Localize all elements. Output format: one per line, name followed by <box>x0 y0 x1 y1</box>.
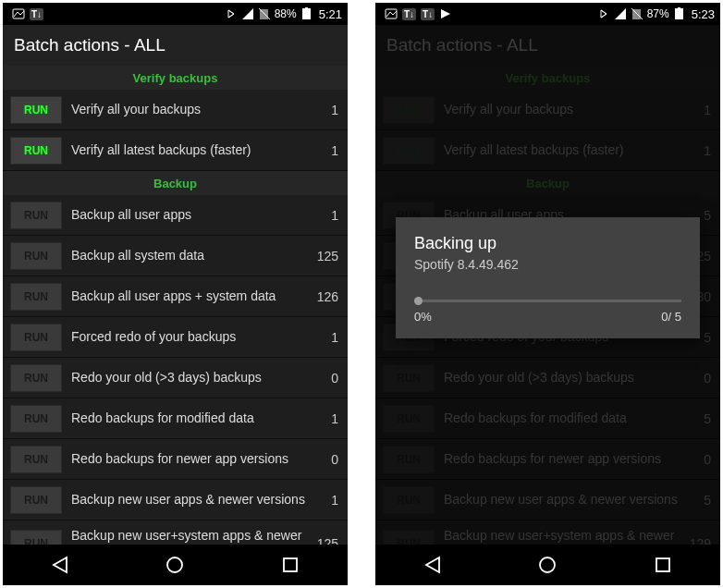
svg-rect-5 <box>305 7 308 8</box>
progress-count: 0/ 5 <box>661 310 681 324</box>
progress-dialog: Backing up Spotify 8.4.49.462 0% 0/ 5 <box>396 217 700 338</box>
run-button[interactable]: RUN <box>10 242 62 270</box>
svg-marker-16 <box>426 557 439 572</box>
svg-rect-4 <box>302 8 311 19</box>
phone-right: T↓ T↓ 87% 5:23 Batch actions - ALL Verif… <box>375 3 720 585</box>
back-button[interactable] <box>50 555 70 575</box>
row-count: 125 <box>312 249 338 263</box>
image-icon <box>385 7 398 20</box>
row-count: 1 <box>325 330 338 345</box>
dialog-title: Backing up <box>414 234 681 253</box>
run-button[interactable]: RUN <box>10 202 62 229</box>
svg-rect-18 <box>656 558 669 571</box>
row-count: 1 <box>325 143 338 158</box>
home-button[interactable] <box>165 555 185 575</box>
row-label: Verify all latest backups (faster) <box>71 142 325 158</box>
progress-percent: 0% <box>414 310 432 324</box>
recents-button[interactable] <box>653 555 673 575</box>
no-sim-icon <box>631 7 643 20</box>
run-button[interactable]: RUN <box>10 96 62 124</box>
battery-text: 88% <box>275 7 297 20</box>
row-label: Backup all system data <box>71 248 312 263</box>
run-button[interactable]: RUN <box>10 405 62 433</box>
battery-text: 87% <box>647 7 669 20</box>
svg-rect-15 <box>678 7 680 8</box>
nav-bar <box>375 545 720 585</box>
progress-bar <box>414 300 681 302</box>
svg-marker-1 <box>242 8 253 19</box>
row-count: 1 <box>325 411 338 426</box>
run-button[interactable]: RUN <box>10 283 62 311</box>
dialog-subtitle: Spotify 8.4.49.462 <box>414 257 681 272</box>
row-count: 125 <box>312 536 338 545</box>
tb-icon-2: T↓ <box>421 8 435 20</box>
status-bar: T↓ 88% 5:21 <box>3 3 348 25</box>
row-count: 126 <box>312 289 338 304</box>
svg-point-17 <box>540 557 555 572</box>
list-item[interactable]: RUNForced redo of your backups1 <box>3 317 348 358</box>
row-count: 0 <box>325 371 338 386</box>
svg-point-7 <box>167 557 182 572</box>
battery-icon <box>673 7 686 20</box>
run-button[interactable]: RUN <box>10 446 62 473</box>
section-header: Verify backups <box>3 66 348 90</box>
row-label: Backup new user apps & newer versions <box>71 492 325 508</box>
no-sim-icon <box>258 7 271 20</box>
row-label: Redo your old (>3 days) backups <box>71 370 325 386</box>
run-button[interactable]: RUN <box>10 486 62 514</box>
svg-rect-9 <box>386 9 397 18</box>
list-item[interactable]: RUNRedo backups for modified data1 <box>3 398 348 439</box>
row-label: Backup new user+system apps & newer vers… <box>71 528 312 545</box>
svg-marker-10 <box>441 9 450 18</box>
status-bar: T↓ T↓ 87% 5:23 <box>375 3 720 25</box>
row-label: Backup all user apps <box>71 207 325 223</box>
list-item[interactable]: RUNBackup new user+system apps & newer v… <box>3 521 348 545</box>
svg-rect-0 <box>13 9 24 18</box>
row-count: 0 <box>325 452 338 467</box>
bluetooth-icon <box>597 7 610 20</box>
phone-left: T↓ 88% 5:21 Batch actions - ALL Verify b… <box>3 3 348 585</box>
signal-icon <box>614 7 627 20</box>
list-content[interactable]: Verify backupsRUNVerify all your backups… <box>3 66 348 545</box>
list-item[interactable]: RUNBackup new user apps & newer versions… <box>3 480 348 521</box>
row-label: Redo backups for modified data <box>71 410 325 426</box>
row-count: 1 <box>325 493 338 508</box>
back-button[interactable] <box>423 555 443 575</box>
run-button[interactable]: RUN <box>10 530 62 545</box>
list-item[interactable]: RUNRedo backups for newer app versions0 <box>3 439 348 480</box>
row-label: Forced redo of your backups <box>71 329 325 345</box>
signal-icon <box>241 7 254 20</box>
image-icon <box>12 7 25 20</box>
list-item[interactable]: RUNBackup all user apps1 <box>3 195 348 236</box>
battery-icon <box>300 7 313 20</box>
list-item[interactable]: RUNVerify all your backups1 <box>3 90 348 130</box>
clock: 5:23 <box>690 7 715 21</box>
home-button[interactable] <box>537 555 558 575</box>
play-icon <box>439 7 452 20</box>
tb-icon: T↓ <box>402 8 416 20</box>
list-item[interactable]: RUNVerify all latest backups (faster)1 <box>3 130 348 171</box>
row-label: Redo backups for newer app versions <box>71 451 325 467</box>
list-item[interactable]: RUNRedo your old (>3 days) backups0 <box>3 358 348 398</box>
section-header: Backup <box>3 171 348 195</box>
row-label: Backup all user apps + system data <box>71 288 312 304</box>
svg-marker-6 <box>54 557 67 572</box>
tb-icon: T↓ <box>30 8 43 20</box>
svg-marker-11 <box>615 8 626 19</box>
run-button[interactable]: RUN <box>10 364 62 392</box>
svg-rect-8 <box>284 558 297 571</box>
clock: 5:21 <box>317 7 342 21</box>
page-title: Batch actions - ALL <box>3 25 348 66</box>
run-button[interactable]: RUN <box>10 137 62 165</box>
row-label: Verify all your backups <box>71 102 325 117</box>
svg-rect-14 <box>675 8 683 19</box>
recents-button[interactable] <box>280 555 300 575</box>
nav-bar <box>3 545 348 585</box>
row-count: 1 <box>325 208 338 223</box>
list-item[interactable]: RUNBackup all user apps + system data126 <box>3 276 348 317</box>
list-item[interactable]: RUNBackup all system data125 <box>3 236 348 276</box>
row-count: 1 <box>325 103 338 117</box>
bluetooth-icon <box>225 7 238 20</box>
run-button[interactable]: RUN <box>10 324 62 351</box>
